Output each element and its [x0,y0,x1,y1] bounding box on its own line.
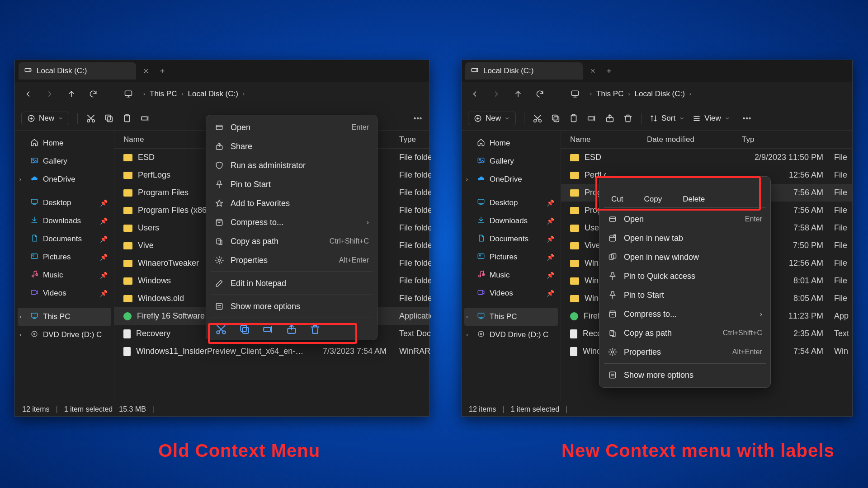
tab-local-disk[interactable]: Local Disk (C:) [465,62,583,80]
menu-item-compress-to-[interactable]: Compress to...› [208,213,375,232]
rename-button[interactable] [262,324,274,335]
sidebar-item-dvd-drive-d-c[interactable]: ›DVD Drive (D:) C [18,326,111,344]
menu-item-open[interactable]: OpenEnter [601,210,769,229]
sidebar-item-gallery[interactable]: Gallery [464,152,558,170]
delete-icon[interactable] [623,113,633,123]
cut-button[interactable] [215,324,227,335]
crumb-this-pc[interactable]: This PC [150,89,177,99]
breadcrumb[interactable]: › This PC › Local Disk (C:) › [590,89,691,99]
tab-close-button[interactable] [140,65,152,77]
menu-item-show-more-options[interactable]: Show more options [208,297,375,316]
menu-item-properties[interactable]: PropertiesAlt+Enter [208,251,375,270]
col-type[interactable]: Type [395,135,431,144]
menu-item-open[interactable]: OpenEnter [208,118,375,137]
cut-action[interactable]: Cut [611,184,623,204]
menu-item-compress-to-[interactable]: Compress to...› [601,305,769,324]
menu-item-share[interactable]: Share [208,137,375,156]
context-menu-old[interactable]: OpenEnterShareRun as administratorPin to… [206,115,377,340]
refresh-button[interactable] [86,87,100,101]
more-button[interactable] [742,113,752,123]
more-button[interactable] [413,113,423,123]
svg-point-1 [30,70,31,70]
crumb-local-disk[interactable]: Local Disk (C:) [634,89,684,99]
forward-button[interactable] [490,87,503,101]
sidebar-item-videos[interactable]: Videos📌 [464,284,558,302]
menu-item-edit-in-notepad[interactable]: Edit in Notepad [208,274,375,293]
copy-action[interactable]: Copy [644,184,662,204]
menu-item-properties[interactable]: PropertiesAlt+Enter [601,343,769,361]
sidebar-item-onedrive[interactable]: ›OneDrive [18,170,111,188]
sidebar-item-pictures[interactable]: Pictures📌 [18,248,111,266]
col-date[interactable]: Date modified [647,135,737,144]
menu-item-pin-to-start[interactable]: Pin to Start [601,286,769,305]
sidebar-item-downloads[interactable]: Downloads📌 [464,212,558,230]
sidebar-item-this-pc[interactable]: ›This PC [464,308,558,326]
cut-icon[interactable] [533,113,542,123]
sidebar-item-gallery[interactable]: Gallery [18,152,111,170]
menu-item-add-to-favorites[interactable]: Add to Favorites [208,194,375,213]
crumb-local-disk[interactable]: Local Disk (C:) [188,89,238,99]
sidebar-item-home[interactable]: Home [18,134,111,152]
sidebar-item-home[interactable]: Home [464,134,558,152]
sidebar-item-documents[interactable]: Documents📌 [464,230,558,248]
delete-button[interactable] [309,324,321,335]
new-tab-button[interactable] [603,65,615,77]
sidebar-item-desktop[interactable]: Desktop📌 [18,194,111,212]
tab-close-button[interactable] [586,65,599,77]
cut-icon[interactable] [86,113,96,123]
file-row[interactable]: Windows11_InsiderPreview_Client_x64_en-u… [114,343,429,360]
menu-item-copy-as-path[interactable]: Copy as pathCtrl+Shift+C [208,232,375,251]
sidebar-item-this-pc[interactable]: ›This PC [18,308,111,326]
sidebar-item-pictures[interactable]: Pictures📌 [464,248,558,266]
context-menu-new[interactable]: CutCopyDeleteOpenEnterOpen in new tabOpe… [599,176,771,388]
back-button[interactable] [21,87,35,101]
sidebar-item-music[interactable]: Music📌 [464,266,558,284]
menu-item-show-more-options[interactable]: Show more options [601,366,769,385]
view-button[interactable]: View [693,114,730,123]
menu-item-open-in-new-window[interactable]: Open in new window [601,248,769,267]
forward-button[interactable] [43,87,57,101]
column-headers[interactable]: Name Date modified Typ [561,131,852,149]
sidebar-item-dvd-drive-d-c[interactable]: ›DVD Drive (D:) C [464,326,558,344]
props-icon [608,347,618,357]
sidebar-item-music[interactable]: Music📌 [18,266,111,284]
refresh-button[interactable] [533,87,547,101]
pc-icon[interactable] [568,87,582,101]
copy-button[interactable] [239,324,250,335]
home-icon [477,138,485,149]
copy-icon[interactable] [104,113,114,123]
copy-icon[interactable] [551,113,561,123]
file-row[interactable]: ESD2/9/2023 11:50 PMFile [561,149,852,166]
sidebar-item-videos[interactable]: Videos📌 [18,284,111,302]
new-tab-button[interactable] [156,65,169,77]
more-icon [214,301,224,311]
up-button[interactable] [65,87,78,101]
new-button[interactable]: New [21,112,69,125]
share-icon[interactable] [605,113,615,123]
col-name[interactable]: Name [561,135,647,144]
menu-item-open-in-new-tab[interactable]: Open in new tab [601,229,769,248]
share-button[interactable] [286,324,297,335]
menu-item-pin-to-start[interactable]: Pin to Start [208,175,375,194]
sort-button[interactable]: Sort [650,114,684,123]
tab-local-disk[interactable]: Local Disk (C:) [19,62,136,80]
menu-item-run-as-administrator[interactable]: Run as administrator [208,156,375,175]
col-type[interactable]: Typ [737,135,764,144]
sidebar-item-documents[interactable]: Documents📌 [18,230,111,248]
rename-icon[interactable] [140,113,150,123]
pc-icon[interactable] [122,87,135,101]
rename-icon[interactable] [587,113,597,123]
up-button[interactable] [511,87,525,101]
paste-icon[interactable] [122,113,132,123]
delete-action[interactable]: Delete [683,184,705,204]
breadcrumb[interactable]: › This PC › Local Disk (C:) › [143,89,245,99]
crumb-this-pc[interactable]: This PC [596,89,623,99]
menu-item-pin-to-quick-access[interactable]: Pin to Quick access [601,267,769,286]
sidebar-item-onedrive[interactable]: ›OneDrive [464,170,558,188]
paste-icon[interactable] [569,113,579,123]
sidebar-item-desktop[interactable]: Desktop📌 [464,194,558,212]
new-button[interactable]: New [468,112,516,125]
back-button[interactable] [468,87,481,101]
sidebar-item-downloads[interactable]: Downloads📌 [18,212,111,230]
menu-item-copy-as-path[interactable]: Copy as pathCtrl+Shift+C [601,324,769,343]
